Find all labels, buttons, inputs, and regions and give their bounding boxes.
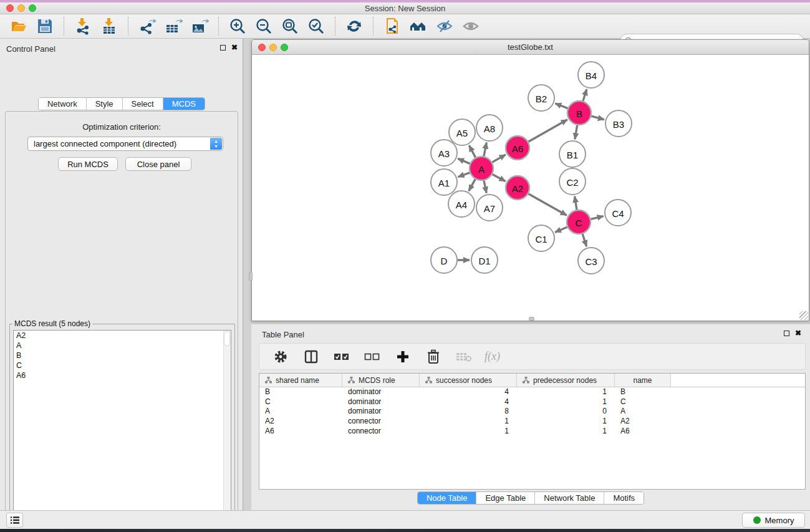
minimize-window-button[interactable] [17, 4, 25, 12]
criterion-dropdown[interactable]: largest connected component (directed) ▲… [27, 137, 223, 151]
tab-style[interactable]: Style [87, 98, 123, 110]
graph-edge-C-C1[interactable] [555, 227, 567, 233]
graph-edge-A-A3[interactable] [458, 158, 470, 163]
column-header-predecessor-nodes[interactable]: predecessor nodes [517, 374, 615, 387]
column-header-MCDS-role[interactable]: MCDS role [342, 374, 420, 387]
graph-edge-A-A5[interactable] [469, 145, 475, 157]
export-network-icon[interactable] [137, 16, 157, 36]
zoom-selected-icon[interactable] [306, 16, 326, 36]
refresh-layout-icon[interactable] [344, 16, 364, 36]
tab-mcds[interactable]: MCDS [163, 98, 205, 110]
tab-network[interactable]: Network [39, 98, 87, 110]
table-cell[interactable]: C [615, 397, 671, 407]
open-folder-icon[interactable] [9, 16, 29, 36]
tab-network-table[interactable]: Network Table [535, 492, 604, 504]
table-row[interactable]: Bdominator41B [259, 387, 805, 397]
unselect-all-columns-icon[interactable] [362, 347, 382, 367]
close-panel-icon[interactable]: ✖ [795, 330, 801, 336]
table-cell[interactable]: A [615, 407, 671, 417]
network-zoom-button[interactable] [281, 44, 288, 51]
run-mcds-button[interactable]: Run MCDS [58, 157, 118, 171]
table-cell[interactable]: A2 [615, 417, 671, 427]
network-resize-grip[interactable] [799, 311, 808, 320]
add-icon[interactable] [393, 347, 413, 367]
mcds-result-item[interactable]: A2 [14, 331, 231, 341]
graph-edge-C-C3[interactable] [582, 234, 586, 246]
close-panel-button[interactable]: Close panel [125, 157, 191, 171]
export-image-icon[interactable] [190, 16, 210, 36]
zoom-out-icon[interactable] [254, 16, 274, 36]
table-cell[interactable]: 0 [517, 407, 615, 417]
column-header-name[interactable]: name [615, 374, 671, 387]
table-cell[interactable]: 4 [420, 397, 517, 407]
graph-edge-A2-C[interactable] [528, 194, 566, 215]
table-cell[interactable]: A6 [259, 427, 342, 437]
table-cell[interactable]: A6 [615, 427, 671, 437]
memory-button[interactable]: Memory [742, 513, 805, 528]
delete-table-icon[interactable] [454, 347, 474, 367]
scrollbar-thumb[interactable] [224, 331, 230, 346]
table-cell[interactable]: A2 [259, 417, 342, 427]
close-panel-icon[interactable]: ✖ [231, 44, 238, 51]
mcds-result-item[interactable]: A [14, 341, 231, 351]
network-close-button[interactable] [258, 44, 266, 51]
graph-edge-A-A8[interactable] [484, 143, 486, 157]
export-table-icon[interactable] [163, 16, 183, 36]
import-network-icon[interactable] [73, 16, 93, 36]
graph-edge-B-B1[interactable] [575, 125, 577, 140]
table-cell[interactable]: B [259, 387, 342, 397]
gear-icon[interactable] [271, 347, 291, 367]
table-cell[interactable]: 1 [420, 417, 517, 427]
save-icon[interactable] [35, 16, 55, 36]
graph-edge-B-B3[interactable] [591, 116, 604, 120]
mcds-result-list[interactable]: A2ABCA6 [13, 330, 231, 531]
network-canvas[interactable]: AA1A2A3A4A5A6A7A8BB1B2B3B4CC1C2C3C4DD1 [252, 55, 809, 321]
table-row[interactable]: A2connector11A2 [259, 417, 805, 427]
graph-edge-C-C2[interactable] [575, 196, 577, 210]
table-cell[interactable]: B [615, 387, 671, 397]
table-cell[interactable]: C [259, 397, 342, 407]
table-cell[interactable]: 4 [420, 387, 517, 397]
table-cell[interactable]: A [259, 407, 342, 417]
select-all-columns-icon[interactable] [332, 347, 352, 367]
table-cell[interactable]: dominator [342, 387, 420, 397]
zoom-fit-icon[interactable] [280, 16, 300, 36]
table-cell[interactable]: 1 [517, 397, 615, 407]
column-header-successor-nodes[interactable]: successor nodes [420, 374, 517, 387]
table-cell[interactable]: 1 [517, 417, 615, 427]
column-header-shared-name[interactable]: shared name [259, 374, 342, 387]
table-cell[interactable]: connector [342, 427, 420, 437]
graph-edge-A-A6[interactable] [492, 155, 505, 162]
tab-motifs[interactable]: Motifs [604, 492, 644, 504]
zoom-in-icon[interactable] [228, 16, 248, 36]
mcds-result-item[interactable]: A6 [14, 370, 231, 380]
new-network-document-icon[interactable] [382, 16, 402, 36]
task-history-button[interactable] [6, 513, 23, 528]
table-cell[interactable]: 1 [420, 427, 517, 437]
network-minimize-button[interactable] [269, 44, 277, 51]
table-row[interactable]: A6connector11A6 [259, 427, 805, 437]
tab-edge-table[interactable]: Edge Table [476, 492, 535, 504]
first-neighbors-icon[interactable] [408, 16, 428, 36]
import-table-icon[interactable] [99, 16, 119, 36]
table-row[interactable]: Adominator80A [259, 407, 805, 417]
mcds-result-item[interactable]: B [14, 351, 231, 360]
tab-select[interactable]: Select [123, 98, 163, 110]
function-builder-icon[interactable]: f(x) [485, 347, 500, 367]
graph-edge-A-A1[interactable] [458, 173, 470, 177]
show-all-icon[interactable] [461, 16, 481, 36]
hide-selected-icon[interactable] [435, 16, 455, 36]
network-hscroll-thumb[interactable] [529, 317, 534, 321]
table-cell[interactable]: dominator [342, 397, 420, 407]
graph-edge-C-C4[interactable] [591, 216, 603, 220]
graph-edge-A-A7[interactable] [484, 181, 486, 193]
graph-edge-A-A4[interactable] [469, 179, 475, 191]
column-layout-icon[interactable] [301, 347, 321, 367]
network-vscroll-thumb[interactable] [249, 272, 253, 281]
float-panel-icon[interactable] [220, 45, 226, 51]
table-cell[interactable]: 8 [420, 407, 517, 417]
table-cell[interactable]: 1 [517, 427, 615, 437]
mcds-result-item[interactable]: C [14, 360, 231, 370]
graph-edge-A-A2[interactable] [493, 174, 506, 181]
close-window-button[interactable] [6, 4, 14, 12]
